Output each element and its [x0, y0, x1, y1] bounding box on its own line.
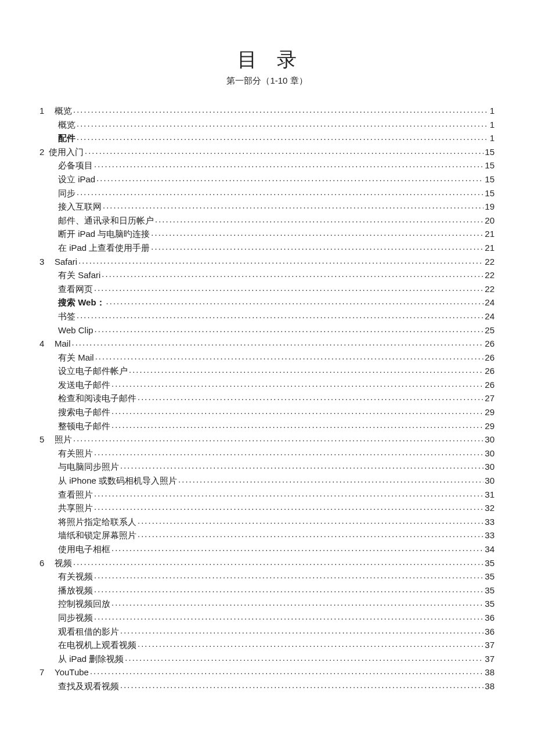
toc-page-number: 33 [485, 528, 495, 542]
toc-leader [78, 256, 484, 265]
toc-leader [151, 228, 484, 237]
toc-label: 使用电子相框 [58, 542, 110, 556]
toc-leader [73, 557, 484, 566]
toc-label: 有关视频 [58, 570, 93, 584]
toc-label: 配件 [58, 131, 75, 145]
toc-row: 将照片指定给联系人33 [39, 515, 495, 529]
toc-leader [73, 105, 489, 114]
toc-page-number: 34 [485, 542, 495, 556]
toc-row: 从 iPad 删除视频37 [39, 652, 495, 666]
toc-leader [138, 393, 484, 401]
toc-label: 视频 [55, 556, 72, 570]
toc-page-number: 26 [485, 351, 495, 365]
toc-page-number: 30 [485, 460, 495, 474]
toc-page-number: 15 [485, 159, 495, 172]
toc-page-number: 22 [485, 255, 495, 269]
toc-leader [77, 132, 489, 141]
toc-row: 同步视频36 [39, 611, 495, 625]
toc-label: 有关 Mail [58, 351, 94, 365]
toc-page-number: 38 [485, 679, 495, 693]
toc-label: 从 iPhone 或数码相机导入照片 [58, 474, 177, 488]
toc-row: 1概览1 [39, 104, 495, 118]
toc-leader [94, 160, 484, 168]
toc-label: 断开 iPad 与电脑旳连接 [58, 227, 150, 241]
toc-leader [94, 571, 484, 579]
toc-page-number: 26 [485, 364, 495, 378]
toc-page-number: 25 [485, 323, 495, 337]
page-subtitle: 第一部分（1-10 章） [39, 75, 495, 87]
toc-label: YouTube [55, 665, 89, 679]
toc-leader [77, 311, 484, 319]
toc-label: Safari [55, 255, 77, 269]
toc-page-number: 1 [490, 131, 495, 145]
toc-row: 4Mail26 [39, 337, 495, 351]
toc-page-number: 38 [485, 665, 495, 679]
toc-label: 有关 Safari [58, 268, 100, 282]
toc-leader [94, 448, 484, 456]
toc-page-number: 20 [485, 214, 495, 228]
toc-row: 7YouTube38 [39, 665, 495, 679]
toc-page-number: 35 [485, 556, 495, 570]
toc-leader [111, 406, 484, 415]
toc-page-number: 37 [485, 638, 495, 652]
toc-row: 配件1 [39, 131, 495, 145]
toc-leader [111, 543, 484, 552]
toc-number: 1 [39, 104, 55, 118]
title-block: 目 录 第一部分（1-10 章） [39, 46, 495, 87]
toc-row: 在 iPad 上查看使用手册21 [39, 241, 495, 255]
toc-page-number: 22 [485, 282, 495, 296]
toc-label: 邮件、通讯录和日历帐户 [58, 214, 154, 228]
toc-row: 有关 Safari22 [39, 268, 495, 282]
toc-page-number: 22 [485, 268, 495, 282]
toc-leader [138, 516, 484, 525]
toc-row: 3Safari22 [39, 255, 495, 269]
toc-row: 整顿电子邮件29 [39, 419, 495, 433]
toc-row: 概览1 [39, 118, 495, 132]
toc-row: 书签24 [39, 309, 495, 323]
toc-page-number: 19 [485, 200, 495, 214]
toc-page-number: 27 [485, 391, 495, 405]
toc-leader [129, 365, 484, 374]
toc-page-number: 15 [485, 145, 495, 159]
toc-row: 搜索 Web：24 [39, 296, 495, 309]
toc-page-number: 35 [485, 584, 495, 597]
toc-leader [94, 502, 484, 511]
toc-row: 从 iPhone 或数码相机导入照片30 [39, 474, 495, 488]
toc-label: 与电脑同步照片 [58, 460, 119, 474]
toc-label: 将照片指定给联系人 [58, 515, 136, 529]
toc-row: 必备项目15 [39, 159, 495, 172]
toc-leader [95, 352, 484, 361]
toc-label: 查看照片 [58, 488, 93, 502]
page-title: 目 录 [39, 46, 501, 73]
toc-row: 播放视频35 [39, 584, 495, 597]
toc-row: 有关 Mail26 [39, 351, 495, 365]
toc-leader [73, 434, 484, 442]
toc-row: 查找及观看视频38 [39, 679, 495, 693]
toc-label: 书签 [58, 309, 75, 323]
toc-number: 6 [39, 556, 55, 570]
toc-leader [103, 201, 484, 210]
toc-number: 2 [39, 145, 49, 159]
toc-leader [77, 119, 489, 128]
toc-label: 共享照片 [58, 501, 93, 515]
toc-leader [138, 639, 484, 648]
toc-leader [94, 612, 484, 621]
toc-leader [125, 653, 484, 662]
toc-label: 接入互联网 [58, 200, 102, 214]
toc-label: 在电视机上观看视频 [58, 638, 136, 652]
toc-page-number: 26 [485, 337, 495, 351]
toc-leader [138, 530, 484, 538]
toc-label: 从 iPad 删除视频 [58, 652, 124, 666]
toc-row: 检查和阅读电子邮件27 [39, 391, 495, 405]
toc-list: 1概览1概览1配件12使用入门15必备项目15设立 iPad15同步15接入互联… [39, 104, 495, 693]
toc-page-number: 31 [485, 488, 495, 502]
toc-leader [111, 420, 484, 429]
toc-row: 共享照片32 [39, 501, 495, 515]
toc-label: 设立 iPad [58, 172, 95, 186]
toc-row: 设立电子邮件帐户26 [39, 364, 495, 378]
toc-page: 目 录 第一部分（1-10 章） 1概览1概览1配件12使用入门15必备项目15… [0, 0, 534, 717]
toc-row: 观看租借的影片36 [39, 625, 495, 639]
toc-row: 查看网页22 [39, 282, 495, 296]
toc-label: 墙纸和锁定屏幕照片 [58, 528, 136, 542]
toc-leader [111, 379, 484, 388]
